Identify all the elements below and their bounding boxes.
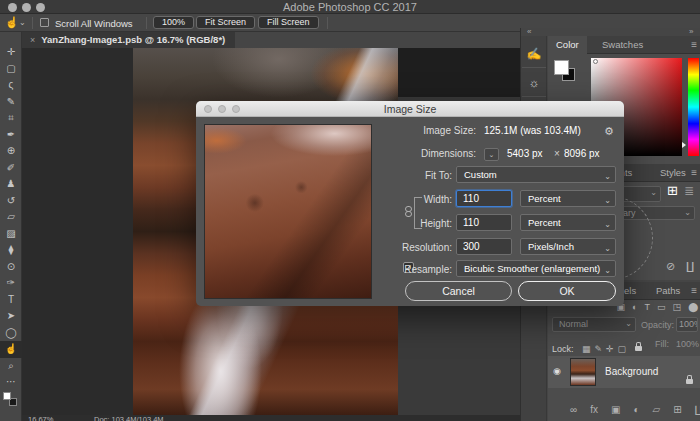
tool-lasso[interactable]: ς [0,77,22,94]
expand-dock-icon[interactable]: » [689,27,693,36]
filter-type-layers-icon[interactable]: T [644,302,650,312]
cancel-button[interactable]: Cancel [405,281,512,301]
fit-screen-button[interactable]: Fit Screen [196,16,255,29]
layer-row-background[interactable]: ◉ Background [548,356,700,388]
scroll-all-windows-checkbox[interactable] [40,18,49,27]
fill-value[interactable]: 100% [676,339,699,349]
tool-pen[interactable]: ✑ [0,275,22,292]
tool-move[interactable]: ✛ [0,44,22,61]
width-unit-dropdown[interactable]: Percent ⌄ [520,190,616,207]
filter-shape-layers-icon[interactable]: ▭ [657,302,666,312]
tab-styles[interactable]: Styles [652,164,694,182]
tool-edit-toolbar[interactable]: ⋯ [0,374,22,391]
link-icon[interactable] [405,211,412,217]
delete-layer-icon[interactable]: ∐ [695,404,700,415]
blend-mode-dropdown[interactable]: Normal ⌄ [552,317,636,332]
image-size-value: 125.1M (was 103.4M) [484,125,581,136]
chevron-down-icon: ⌄ [604,169,611,183]
tool-dodge[interactable]: ⊙ [0,259,22,276]
layer-visibility-eye-icon[interactable]: ◉ [553,366,561,376]
color-picker-marker[interactable] [593,59,598,64]
tool-rectangular-marquee[interactable]: ▢ [0,61,22,78]
tool-eraser[interactable]: ▱ [0,209,22,226]
tool-clone-stamp[interactable]: ♟ [0,176,22,193]
brush-panel-icon[interactable]: ✍ [522,40,546,68]
height-input[interactable] [456,214,512,231]
layer-thumbnail[interactable] [570,358,596,386]
fit-to-value: Custom [464,169,497,180]
panel-menu-icon[interactable]: ≡ [691,285,697,296]
dialog-minimize-button[interactable] [218,105,226,113]
tab-color[interactable]: Color [548,36,587,54]
panel-menu-icon[interactable]: ≡ [691,167,697,178]
width-input[interactable] [456,190,512,207]
tool-path-selection[interactable]: ➤ [0,308,22,325]
lock-artboard-icon[interactable]: ▢ [618,344,627,354]
chevron-down-icon: ⌄ [604,263,611,277]
filter-smart-objects-icon[interactable]: ◳ [672,302,681,312]
dialog-zoom-button[interactable] [232,105,240,113]
layers-bottom-toolbar: ∞fx▣◐▱⊞∐ [570,404,700,415]
lock-all-icon[interactable] [635,346,642,351]
tool-hand[interactable]: ☝ [0,341,22,358]
blend-mode-value: Normal [559,319,588,329]
layer-effects-icon[interactable]: fx [590,404,598,415]
tool-gradient[interactable]: ▨ [0,226,22,243]
panel-foreground-swatch[interactable] [554,60,569,75]
tool-history-brush[interactable]: ↺ [0,193,22,210]
lock-transparent-pixels-icon[interactable]: ▦ [582,344,591,354]
resample-dropdown[interactable]: Bicubic Smoother (enlargement) ⌄ [456,260,616,277]
layer-filter-row: ▣◐T▭◳⬤ [616,302,698,312]
document-tab[interactable]: ×YanZhang-Image1.psb @ 16.7% (RGB/8*) [22,32,235,48]
lock-image-pixels-icon[interactable]: ✎ [594,344,602,354]
tool-blur[interactable]: ⧫ [0,242,22,259]
adjustments-panel-icon[interactable]: ☼ [522,69,546,97]
height-unit-value: Percent [528,217,561,228]
link-layers-icon[interactable]: ∞ [570,404,577,415]
fill-screen-button[interactable]: Fill Screen [258,16,319,29]
adjustment-layer-icon[interactable]: ◐ [633,404,639,415]
resolution-unit-dropdown[interactable]: Pixels/Inch ⌄ [520,238,616,255]
zoom-100-button[interactable]: 100% [153,16,194,29]
opacity-value-field[interactable]: 100% [676,317,698,332]
tool-brush[interactable]: ✐ [0,160,22,177]
hue-slider-pointer[interactable] [682,142,686,148]
lock-position-icon[interactable]: ✛ [606,344,614,354]
dimensions-unit-dropdown[interactable]: ⌄ [484,148,499,161]
hue-slider[interactable] [688,58,699,156]
tool-spot-healing[interactable]: ⊕ [0,143,22,160]
collapse-dock-icon[interactable]: « [527,27,531,36]
fit-to-dropdown[interactable]: Custom ⌄ [456,166,616,183]
tool-type[interactable]: T [0,292,22,309]
ok-button[interactable]: OK [518,281,616,301]
height-unit-dropdown[interactable]: Percent ⌄ [520,214,616,231]
tool-quick-selection[interactable]: ✎ [0,94,22,111]
delete-style-icon[interactable]: ∐ [686,260,694,273]
tool-eyedropper[interactable]: ✒ [0,127,22,144]
color-group-tabs: Color Swatches ≡ [548,36,700,54]
tool-preset-chevron-icon[interactable]: ⌄ [19,18,26,27]
dialog-close-button[interactable] [204,105,212,113]
dialog-titlebar[interactable]: Image Size [196,101,624,117]
list-view-icon[interactable]: ≣ [684,184,694,198]
tab-close-icon[interactable]: × [30,35,35,45]
new-group-icon[interactable]: ▱ [652,404,660,415]
panel-menu-icon[interactable]: ≡ [691,39,697,50]
tab-paths[interactable]: Paths [648,282,688,300]
tool-shape-ellipse[interactable]: ◯ [0,325,22,342]
tool-crop[interactable]: ⌗ [0,110,22,127]
filter-toggle-icon[interactable]: ⬤ [688,302,698,312]
foreground-color-swatch[interactable] [3,392,11,400]
resolution-input[interactable] [456,238,512,255]
new-layer-icon[interactable]: ⊞ [673,404,681,415]
hide-style-icon[interactable]: ⊘ [666,260,675,273]
zoom-level-field[interactable]: 16.67% [28,415,53,421]
gear-icon[interactable]: ⚙ [604,125,614,138]
filter-adjustment-layers-icon[interactable]: ◐ [632,302,637,312]
grid-view-icon[interactable]: ⊞ [667,183,678,198]
tool-zoom[interactable]: ⌕ [0,358,22,375]
tab-swatches[interactable]: Swatches [594,36,651,54]
layer-mask-icon[interactable]: ▣ [611,404,620,415]
image-size-preview[interactable] [204,124,372,299]
width-label: Width: [352,194,452,205]
